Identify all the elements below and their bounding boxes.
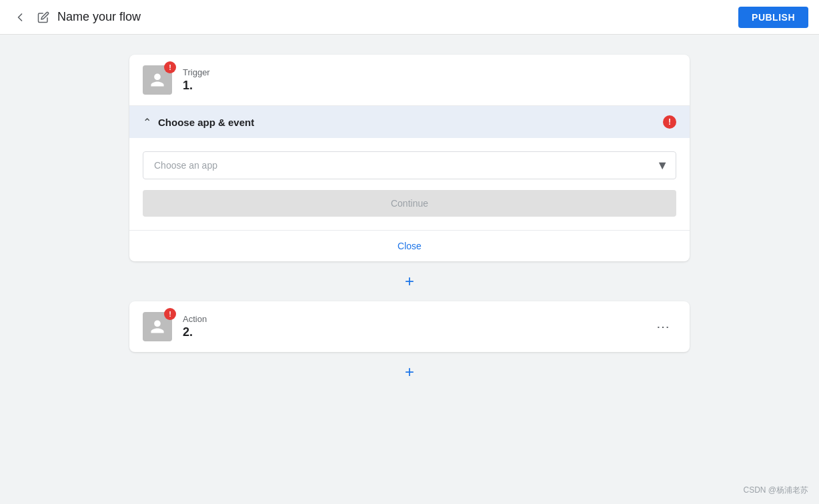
trigger-card: ! Trigger 1. ⌃ Choose app & event ! Choo… [129,55,690,261]
more-options-button[interactable]: ⋯ [651,316,676,337]
close-button[interactable]: Close [397,241,422,251]
action-step-number: 2. [183,325,207,339]
continue-button[interactable]: Continue [143,190,676,217]
trigger-step-info: Trigger 1. [183,67,210,93]
chevron-up-icon: ⌃ [143,116,151,129]
close-section: Close [129,230,690,261]
action-error-badge: ! [164,308,176,320]
action-avatar: ! [143,312,172,341]
trigger-step-header: ! Trigger 1. [129,55,690,106]
expand-header[interactable]: ⌃ Choose app & event ! [143,106,676,138]
expand-title: Choose app & event [158,117,254,128]
flow-title: Name your flow [57,10,141,24]
add-step-button-1[interactable]: + [399,271,420,292]
footer-text: CSDN @杨浦老苏 [743,485,808,496]
app-select[interactable]: Choose an app [143,151,676,179]
expand-section: ⌃ Choose app & event ! [129,106,690,138]
form-area: Choose an app ▼ Continue [129,138,690,230]
trigger-error-badge: ! [164,61,176,73]
trigger-type-label: Trigger [183,67,210,77]
action-card: ! Action 2. ⋯ [129,301,690,352]
action-type-label: Action [183,314,207,324]
action-step-info: Action 2. [183,314,207,339]
header-left: Name your flow [11,8,141,27]
header: Name your flow PUBLISH [0,0,819,35]
main-content: ! Trigger 1. ⌃ Choose app & event ! Choo… [0,35,819,504]
add-step-button-2[interactable]: + [399,361,420,383]
back-button[interactable] [11,8,29,27]
app-select-wrapper: Choose an app ▼ [143,151,676,179]
action-step-left: ! Action 2. [143,312,207,341]
trigger-avatar: ! [143,65,172,95]
action-step-header: ! Action 2. ⋯ [129,301,690,352]
expand-error-badge: ! [663,115,676,129]
edit-icon [37,11,49,23]
publish-button[interactable]: PUBLISH [738,7,808,28]
trigger-step-number: 1. [183,79,210,93]
expand-header-left: ⌃ Choose app & event [143,116,254,129]
